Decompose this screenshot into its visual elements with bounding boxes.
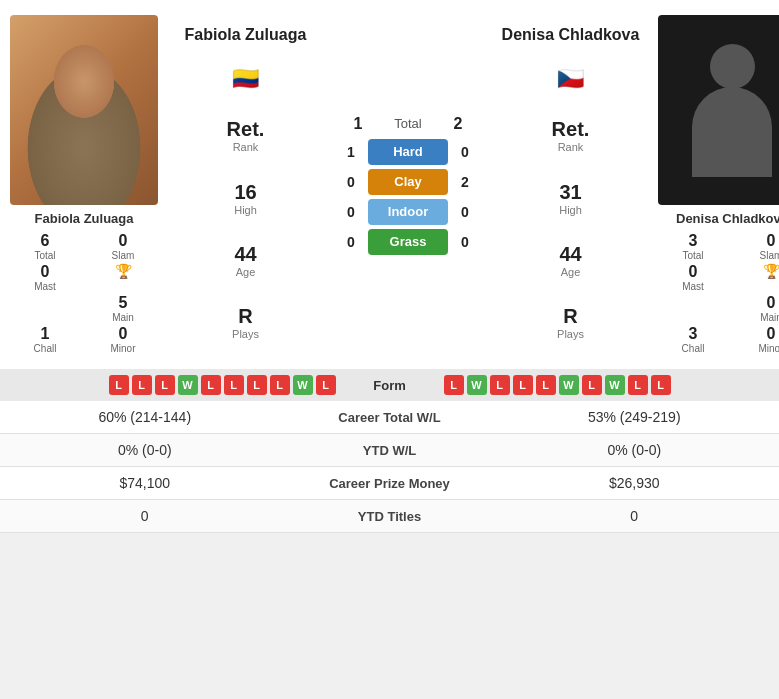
surface-grass-left: 0 xyxy=(340,234,362,250)
stat-main-left: 5 Main xyxy=(88,294,158,323)
stats-row: 0 YTD Titles 0 xyxy=(0,500,779,533)
right-high-block: 31 High xyxy=(559,181,582,216)
left-rank-value: Ret. xyxy=(227,118,265,141)
stat-slam-right-label: Slam xyxy=(760,250,779,261)
player-right-photo xyxy=(658,15,779,205)
total-right: 2 xyxy=(443,115,473,133)
right-rank-block: Ret. Rank xyxy=(552,118,590,153)
right-plays-label: Plays xyxy=(557,328,584,340)
form-badge-right: L xyxy=(513,375,533,395)
right-center-name: Denisa Chladkova xyxy=(502,25,640,44)
stat-minor-left-label: Minor xyxy=(110,343,135,354)
stat-chall-left-label: Chall xyxy=(34,343,57,354)
form-label: Form xyxy=(350,378,430,393)
stat-chall-right-label: Chall xyxy=(682,343,705,354)
stats-center-label-0: Career Total W/L xyxy=(290,410,490,425)
player-right: Denisa Chladkova 3 Total 0 Slam 0 Mast 🏆 xyxy=(648,10,779,359)
silhouette-head xyxy=(710,44,755,89)
surface-indoor-label: Indoor xyxy=(388,204,428,219)
stats-left-val-1: 0% (0-0) xyxy=(0,442,290,458)
stat-minor-left-value: 0 xyxy=(119,325,128,343)
surface-indoor-right: 0 xyxy=(454,204,476,220)
surface-clay-label: Clay xyxy=(394,174,421,189)
left-age-value: 44 xyxy=(234,243,256,266)
stats-left-val-2: $74,100 xyxy=(0,475,290,491)
surface-grass-label: Grass xyxy=(390,234,427,249)
surface-row-hard: 1 Hard 0 xyxy=(323,139,493,165)
form-badge-left: W xyxy=(178,375,198,395)
trophy-left: 🏆 xyxy=(88,263,158,292)
stat-total-right-value: 3 xyxy=(689,232,698,250)
stats-row: 0% (0-0) YTD W/L 0% (0-0) xyxy=(0,434,779,467)
form-badge-right: L xyxy=(490,375,510,395)
stat-total-left-label: Total xyxy=(34,250,55,261)
form-badge-right: L xyxy=(444,375,464,395)
left-center-name: Fabiola Zuluaga xyxy=(185,25,307,44)
form-badge-right: L xyxy=(582,375,602,395)
right-plays-block: R Plays xyxy=(557,305,584,340)
form-badge-left: L xyxy=(316,375,336,395)
surface-badge-clay: Clay xyxy=(368,169,448,195)
form-badge-right: L xyxy=(628,375,648,395)
stat-mast-right-label: Mast xyxy=(682,281,704,292)
stat-main-right-value: 0 xyxy=(767,294,776,312)
left-high-block: 16 High xyxy=(234,181,257,216)
left-age-label: Age xyxy=(236,266,256,278)
stats-center-label-1: YTD W/L xyxy=(290,443,490,458)
surface-clay-left: 0 xyxy=(340,174,362,190)
total-row: 1 Total 2 xyxy=(323,115,493,133)
form-badge-left: L xyxy=(155,375,175,395)
form-badge-right: W xyxy=(605,375,625,395)
comparison-section: 1 Total 2 1 Hard 0 0 Clay xyxy=(323,10,493,359)
surface-hard-left: 1 xyxy=(340,144,362,160)
stats-center-label-3: YTD Titles xyxy=(290,509,490,524)
stat-slam-right: 0 Slam xyxy=(736,232,779,261)
stat-slam-left-label: Slam xyxy=(112,250,135,261)
stat-total-right-label: Total xyxy=(682,250,703,261)
surface-rows: 1 Hard 0 0 Clay 2 0 xyxy=(323,139,493,255)
stat-main-left-label: Main xyxy=(112,312,134,323)
form-badge-left: L xyxy=(201,375,221,395)
main-container: Fabiola Zuluaga 6 Total 0 Slam 0 Mast 🏆 xyxy=(0,0,779,533)
surface-hard-right: 0 xyxy=(454,144,476,160)
stat-main-left-value: 5 xyxy=(119,294,128,312)
form-badge-right: L xyxy=(651,375,671,395)
stat-slam-right-value: 0 xyxy=(767,232,776,250)
trophy-right-icon: 🏆 xyxy=(763,263,780,279)
right-age-label: Age xyxy=(561,266,581,278)
stat-main-right: 0 Main xyxy=(736,294,779,323)
stat-chall-right: 3 Chall xyxy=(658,325,728,354)
stat-minor-left: 0 Minor xyxy=(88,325,158,354)
player-left-name: Fabiola Zuluaga xyxy=(35,211,134,226)
player-right-stats-grid: 3 Total 0 Slam 0 Mast 🏆 0 Main xyxy=(658,232,779,354)
left-plays-value: R xyxy=(238,305,252,328)
left-center-stats: Fabiola Zuluaga 🇨🇴 Ret. Rank 16 High 44 … xyxy=(168,10,323,359)
total-left: 1 xyxy=(343,115,373,133)
stat-main-right-label: Main xyxy=(760,312,779,323)
form-badge-right: W xyxy=(559,375,579,395)
stat-total-right: 3 Total xyxy=(658,232,728,261)
stat-slam-left-value: 0 xyxy=(119,232,128,250)
form-badge-left: L xyxy=(224,375,244,395)
form-badge-left: L xyxy=(132,375,152,395)
form-badge-left: W xyxy=(293,375,313,395)
left-rank-label: Rank xyxy=(233,141,259,153)
surface-badge-grass: Grass xyxy=(368,229,448,255)
surface-badge-indoor: Indoor xyxy=(368,199,448,225)
silhouette-body xyxy=(692,87,772,177)
stat-chall-left-value: 1 xyxy=(41,325,50,343)
surface-clay-right: 2 xyxy=(454,174,476,190)
stat-chall-left: 1 Chall xyxy=(10,325,80,354)
right-age-block: 44 Age xyxy=(559,243,581,278)
form-badges-left: LLLWLLLLWL xyxy=(10,375,346,395)
left-flag: 🇨🇴 xyxy=(232,66,259,92)
surface-badge-hard: Hard xyxy=(368,139,448,165)
stats-left-val-0: 60% (214-144) xyxy=(0,409,290,425)
stat-mast-right: 0 Mast xyxy=(658,263,728,292)
form-badge-left: L xyxy=(247,375,267,395)
stats-center-label-2: Career Prize Money xyxy=(290,476,490,491)
left-high-value: 16 xyxy=(234,181,256,204)
surface-hard-label: Hard xyxy=(393,144,423,159)
left-plays-label: Plays xyxy=(232,328,259,340)
form-badge-left: L xyxy=(270,375,290,395)
